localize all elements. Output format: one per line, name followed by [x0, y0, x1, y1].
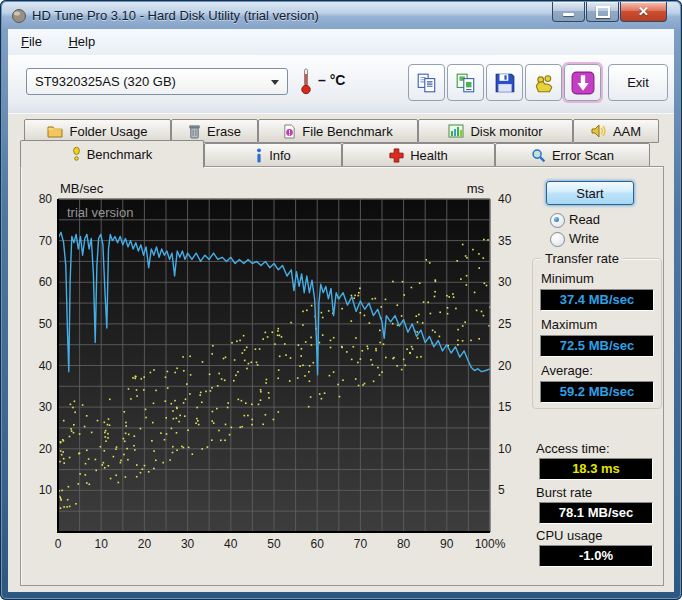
tab-aam[interactable]: AAM [573, 119, 659, 143]
copy-screenshot-icon [455, 72, 477, 94]
burst-rate-value: 78.1 MB/sec [539, 502, 653, 524]
right-axis-title: ms [467, 181, 485, 196]
axis-tick: 30 [39, 400, 53, 414]
title-bar[interactable]: HD Tune Pro 3.10 - Hard Disk Utility (tr… [2, 2, 680, 29]
drive-select-value: ST9320325AS (320 GB) [35, 74, 176, 89]
transfer-rate-title: Transfer rate [541, 251, 623, 266]
copy-text-button[interactable] [408, 64, 445, 101]
axis-tick: 25 [498, 317, 512, 331]
options-icon [533, 72, 555, 94]
axis-tick: 40 [39, 359, 53, 373]
tab-health[interactable]: Health [342, 143, 495, 167]
toolbar: ST9320325AS (320 GB) – °C Exit [8, 55, 674, 115]
access-time-value: 18.3 ms [539, 458, 653, 480]
axis-tick: 70 [354, 537, 368, 551]
save-button[interactable] [486, 64, 523, 101]
benchmark-page: trial versionMB/secms8070605040302010403… [20, 166, 664, 586]
minimize-button[interactable] [552, 2, 585, 22]
drive-select[interactable]: ST9320325AS (320 GB) [26, 68, 288, 95]
start-button[interactable]: Start [546, 181, 634, 205]
axis-tick: 90 [440, 537, 454, 551]
download-button[interactable] [564, 64, 601, 101]
write-radio-label[interactable]: Write [569, 231, 599, 246]
axis-tick: 10 [498, 442, 512, 456]
tab-label: Erase [207, 124, 241, 139]
disk-monitor-icon [448, 124, 464, 138]
window-title: HD Tune Pro 3.10 - Hard Disk Utility (tr… [32, 8, 319, 23]
tab-file-benchmark[interactable]: File Benchmark [258, 119, 418, 143]
erase-icon [188, 124, 201, 139]
access-time-label: Access time: [536, 441, 610, 456]
tab-info[interactable]: Info [204, 143, 342, 167]
axis-tick: 40 [498, 192, 512, 206]
axis-tick: 60 [311, 537, 325, 551]
axis-tick: 80 [39, 192, 53, 206]
menu-file[interactable]: File [12, 29, 51, 49]
thermometer-icon [300, 67, 312, 99]
close-button[interactable]: ✕ [620, 2, 667, 22]
tab-benchmark[interactable]: Benchmark [20, 140, 204, 168]
axis-tick: 100% [475, 537, 506, 551]
benchmark-chart: trial versionMB/secms8070605040302010403… [27, 179, 539, 567]
chevron-down-icon [271, 80, 279, 85]
tab-label: Disk monitor [470, 124, 542, 139]
maximize-icon [596, 6, 610, 18]
trial-version-watermark: trial version [67, 205, 133, 220]
save-icon [494, 72, 516, 94]
tab-label: Folder Usage [69, 124, 147, 139]
axis-tick: 50 [39, 317, 53, 331]
axis-tick: 80 [397, 537, 411, 551]
copy-screenshot-button[interactable] [447, 64, 484, 101]
average-label: Average: [541, 363, 593, 378]
axis-tick: 20 [138, 537, 152, 551]
axis-tick: 30 [498, 275, 512, 289]
axis-tick: 50 [267, 537, 281, 551]
read-radio[interactable] [550, 213, 565, 228]
menu-help[interactable]: Help [59, 29, 104, 49]
left-axis-title: MB/sec [60, 181, 104, 196]
minimum-label: Minimum [541, 271, 594, 286]
axis-tick: 0 [55, 537, 62, 551]
options-button[interactable] [525, 64, 562, 101]
close-icon: ✕ [638, 3, 649, 20]
app-window: HD Tune Pro 3.10 - Hard Disk Utility (tr… [0, 0, 682, 600]
aam-speaker-icon [591, 124, 607, 138]
tab-label: Error Scan [552, 148, 614, 163]
tab-label: File Benchmark [302, 124, 392, 139]
window-controls: ✕ [551, 2, 667, 22]
maximize-button[interactable] [586, 2, 619, 22]
benchmark-icon [72, 146, 81, 162]
axis-tick: 5 [498, 483, 505, 497]
axis-tick: 20 [39, 442, 53, 456]
minimize-icon [563, 13, 574, 16]
axis-tick: 10 [39, 483, 53, 497]
tab-error-scan[interactable]: Error Scan [495, 143, 650, 167]
info-icon [255, 148, 263, 163]
axis-tick: 10 [95, 537, 109, 551]
read-radio-label[interactable]: Read [569, 212, 600, 227]
axis-tick: 40 [224, 537, 238, 551]
maximum-value: 72.5 MB/sec [540, 335, 654, 357]
temperature-readout: – °C [318, 72, 345, 88]
axis-tick: 30 [181, 537, 195, 551]
error-scan-icon [531, 148, 546, 163]
burst-rate-label: Burst rate [536, 485, 592, 500]
copy-text-icon [416, 72, 438, 94]
tab-label: AAM [613, 124, 641, 139]
tab-area: Folder Usage Erase File Benchmark Disk m… [8, 114, 674, 592]
axis-tick: 20 [498, 359, 512, 373]
transfer-rate-group: Transfer rate Minimum 37.4 MB/sec Maximu… [532, 258, 662, 409]
minimum-value: 37.4 MB/sec [540, 289, 654, 311]
menu-bar: File Help [8, 29, 674, 56]
download-icon [571, 71, 595, 95]
tab-disk-monitor[interactable]: Disk monitor [418, 119, 573, 143]
write-radio[interactable] [550, 232, 565, 247]
average-value: 59.2 MB/sec [540, 381, 654, 403]
axis-tick: 15 [498, 400, 512, 414]
tab-label: Benchmark [87, 147, 153, 162]
cpu-usage-value: -1.0% [539, 545, 653, 567]
axis-tick: 60 [39, 275, 53, 289]
exit-button[interactable]: Exit [608, 64, 668, 101]
axis-tick: 70 [39, 234, 53, 248]
cpu-usage-label: CPU usage [536, 528, 602, 543]
